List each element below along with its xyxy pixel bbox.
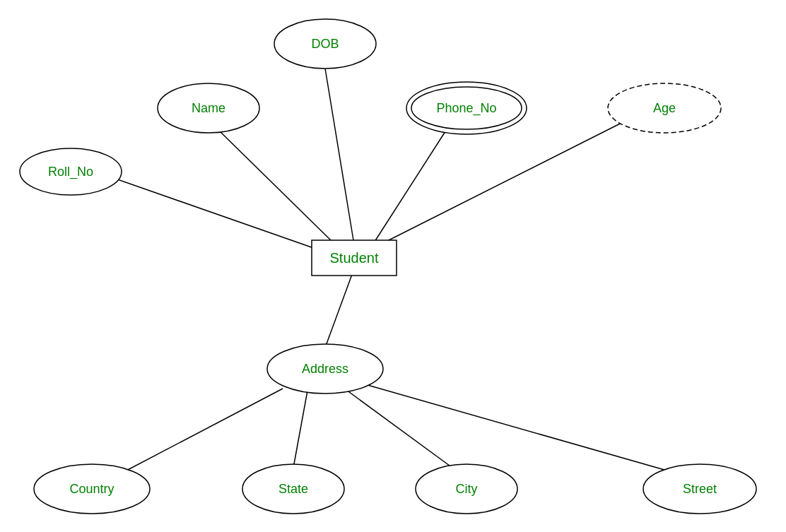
entity-student-label: Student	[330, 250, 379, 266]
attr-dob-label: DOB	[311, 37, 339, 51]
line-student-address	[325, 271, 353, 348]
attr-city-label: City	[456, 482, 478, 496]
attr-street-label: Street	[683, 482, 717, 496]
line-address-city	[346, 390, 452, 468]
line-address-street	[368, 385, 664, 470]
line-phone-student	[375, 129, 447, 242]
attr-address-label: Address	[302, 362, 348, 376]
line-dob-student	[325, 69, 353, 240]
line-name-student	[218, 129, 332, 242]
line-address-country	[124, 389, 283, 472]
er-diagram: Student DOB Name Phone_No Age Roll_No Ad…	[0, 0, 786, 532]
attr-phone-label: Phone_No	[436, 101, 496, 116]
attr-country-label: Country	[69, 482, 114, 496]
attr-age-label: Age	[653, 101, 676, 115]
attr-name-label: Name	[192, 101, 225, 115]
line-address-state	[293, 391, 307, 468]
line-age-student	[382, 118, 631, 244]
attr-state-label: State	[278, 482, 308, 496]
line-rollno-student	[110, 177, 322, 251]
attr-rollno-label: Roll_No	[48, 165, 93, 179]
